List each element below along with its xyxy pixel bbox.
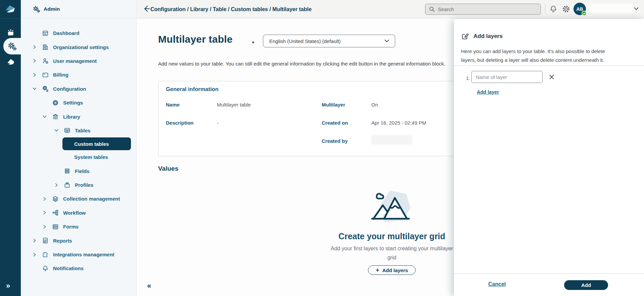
description-label: Description [166, 120, 194, 126]
gear-pair-icon [33, 5, 40, 13]
sidebar-item-forms[interactable]: Forms [21, 220, 136, 234]
gear-pair-icon [7, 42, 17, 51]
dashboard-icon [42, 30, 49, 37]
chevron-right-icon[interactable] [42, 197, 47, 201]
chevron-down-icon[interactable] [54, 128, 59, 133]
created-on-label: Created on [322, 120, 348, 126]
remove-layer-icon[interactable] [549, 74, 555, 80]
chevron-right-icon[interactable] [32, 73, 37, 77]
fields-icon [64, 168, 71, 174]
account-chevron-down-icon[interactable] [633, 5, 640, 12]
chevron-down-icon[interactable] [32, 86, 37, 91]
sidebar-item-collection-management[interactable]: Collection management [21, 192, 136, 206]
sidebar-item-billing[interactable]: Billing [21, 68, 136, 82]
created-by-label: Created by [322, 138, 348, 144]
sidebar-item-workflow[interactable]: Workflow [21, 206, 136, 220]
layer-name-input[interactable] [471, 71, 543, 83]
chevron-right-icon[interactable] [32, 45, 37, 49]
org-icon [42, 44, 49, 50]
sidebar-item-library[interactable]: Library [21, 110, 136, 123]
search-icon [429, 6, 435, 12]
chevron-right-icon[interactable] [54, 183, 59, 187]
status-badge [582, 11, 587, 16]
profiles-icon [64, 182, 71, 188]
notifications-bell-icon[interactable] [549, 5, 558, 13]
language-select[interactable]: English (United States) (default) [263, 35, 395, 47]
sidebar-item-label: System tables [74, 154, 108, 160]
values-heading: Values [158, 165, 178, 172]
sidebar-item-label: Integrations management [53, 252, 114, 257]
workspace-icon [6, 57, 15, 66]
sidebar-item-label: Workflow [63, 210, 86, 216]
add-layer-link[interactable]: Add layer [477, 89, 499, 95]
search-box[interactable] [425, 4, 541, 15]
admin-sidebar: Admin DashboardOrganizational settingsUs… [21, 0, 137, 296]
sidebar-item-label: Reports [53, 238, 72, 244]
cancel-button[interactable]: Cancel [488, 281, 506, 287]
sidebar-item-notifications[interactable]: Notifications [21, 261, 136, 275]
rail-products-button[interactable] [0, 28, 21, 38]
sidebar-item-dashboard[interactable]: Dashboard [21, 26, 136, 40]
back-arrow-icon[interactable] [142, 4, 151, 13]
workflow-icon [52, 209, 59, 216]
title-dot [252, 41, 254, 43]
redacted-username [590, 4, 634, 13]
sidebar-item-label: Profiles [75, 182, 93, 188]
multilayer-value: On [371, 102, 378, 108]
mountain-illustration-icon [371, 188, 413, 223]
breadcrumb[interactable]: Configuration / Library / Table / Custom… [150, 0, 312, 18]
layer-number: 1. [466, 75, 470, 81]
sidebar-item-profiles[interactable]: Profiles [21, 178, 136, 192]
rail-divider [0, 18, 21, 19]
add-layers-panel: Add layers Here you can add layers to yo… [454, 19, 644, 296]
topbar-divider [545, 5, 545, 14]
sidebar-item-label: Custom tables [74, 141, 109, 147]
chevron-right-icon[interactable] [32, 238, 37, 243]
chevron-down-icon[interactable] [42, 114, 47, 119]
sidebar-item-system-tables[interactable]: System tables [21, 150, 136, 164]
sidebar-title: Admin [44, 6, 60, 12]
panel-footer: Cancel Add [454, 273, 644, 296]
chevron-right-icon[interactable] [42, 210, 47, 215]
sidebar-item-integrations-management[interactable]: Integrations management [21, 248, 136, 261]
sidebar-item-configuration[interactable]: Configuration [21, 82, 136, 96]
sidebar-item-fields[interactable]: Fields [21, 164, 136, 178]
library-icon [52, 113, 59, 120]
chevron-right-icon[interactable] [42, 224, 47, 229]
check-icon [583, 12, 586, 15]
name-value: Multilayer table [217, 102, 251, 108]
integrations-icon [42, 251, 49, 258]
chevron-right-icon[interactable] [32, 252, 37, 257]
sidebar-item-settings[interactable]: Settings [21, 96, 136, 110]
settings-gear-icon[interactable] [562, 5, 570, 13]
user-icon [42, 57, 49, 64]
chevron-down-icon [383, 38, 390, 44]
sidebar-item-label: Tables [75, 128, 90, 133]
description-value: - [217, 120, 219, 126]
panel-description-line2: layers, but deleting a layer will also d… [461, 56, 605, 65]
search-input[interactable] [438, 6, 532, 12]
collection-icon [52, 196, 59, 202]
sidebar-collapse-icon[interactable] [147, 282, 150, 290]
add-layers-button[interactable]: Add layers [368, 265, 416, 275]
sidebar-item-user-management[interactable]: User management [21, 54, 136, 68]
sidebar-item-reports[interactable]: Reports [21, 234, 136, 247]
rail-expand-icon[interactable] [6, 282, 9, 290]
add-button[interactable]: Add [564, 280, 608, 290]
sidebar-item-tables[interactable]: Tables [21, 124, 136, 137]
forms-icon [52, 223, 59, 230]
created-by-redacted-value [371, 135, 412, 144]
rail-admin-settings-button[interactable] [3, 38, 21, 54]
notifications-icon [42, 265, 49, 272]
chevron-right-icon[interactable] [32, 58, 37, 63]
rail-workspace-button[interactable] [0, 56, 21, 67]
plus-icon [376, 267, 379, 273]
sidebar-item-organizational-settings[interactable]: Organizational settings [21, 40, 136, 54]
billing-icon [42, 72, 49, 78]
configuration-icon [42, 85, 49, 92]
sidebar-item-label: Fields [75, 168, 89, 174]
page-title: Multilayer table [158, 34, 233, 45]
app-rail [0, 0, 21, 296]
settings-icon [52, 99, 59, 106]
sidebar-item-custom-tables[interactable]: Custom tables [62, 137, 131, 150]
